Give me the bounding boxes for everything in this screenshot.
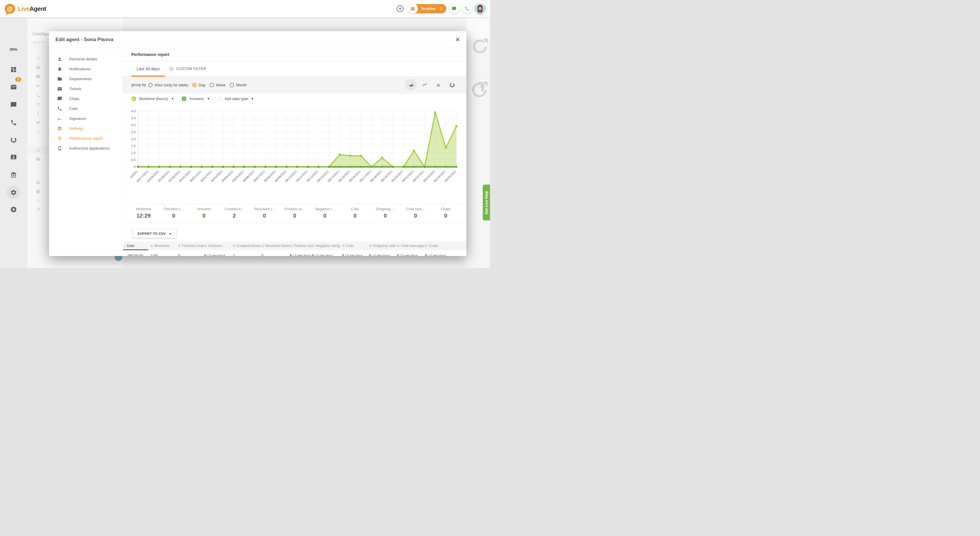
sidebar-item-star-circle[interactable]: [0, 202, 27, 216]
radio-button-icon[interactable]: [230, 83, 234, 87]
sort-icon[interactable]: ⇅: [312, 244, 314, 248]
get-live-help-tab[interactable]: Get Live Help: [483, 185, 490, 220]
calls-button[interactable]: [462, 4, 472, 14]
menu-item-label: Calls: [69, 106, 78, 111]
sidebar-item-contact-card[interactable]: [0, 150, 27, 164]
add-new-button[interactable]: [395, 4, 405, 14]
menu-item-notifications[interactable]: Notifications: [49, 64, 122, 74]
radio-button-icon[interactable]: [210, 83, 214, 87]
to-solve-label: To solve: [421, 7, 436, 11]
donut-icon: [10, 136, 17, 143]
column-header-answers[interactable]: ⇅Answers: [204, 241, 232, 250]
menu-item-calls[interactable]: Calls: [49, 103, 122, 113]
remove-series-icon[interactable]: [181, 96, 186, 101]
sidebar-item-chat[interactable]: [0, 98, 27, 112]
sort-icon[interactable]: ⇅: [204, 244, 207, 248]
bank-icon: [10, 171, 17, 178]
radio-button-icon[interactable]: [148, 83, 153, 87]
sidebar-item-envelope[interactable]: 2: [0, 80, 27, 94]
menu-item-performance-report[interactable]: Performance report: [49, 133, 122, 143]
column-header-chat-messages[interactable]: ⇅Chat messages: [397, 241, 425, 250]
tab-custom-filter[interactable]: CUSTOM FILTER: [169, 61, 206, 77]
sort-icon[interactable]: ⇅: [178, 244, 181, 248]
brand-agent: Agent: [29, 5, 46, 12]
chip-add-data-type[interactable]: Add data type▼: [218, 97, 254, 101]
column-header-date[interactable]: ↓Date: [123, 241, 150, 250]
sort-icon[interactable]: ⇅: [397, 244, 399, 248]
sort-icon[interactable]: ⇅: [342, 244, 345, 248]
menu-item-personal-details[interactable]: Personal details: [49, 54, 122, 64]
gear-icon: [57, 126, 62, 131]
menu-item-settings[interactable]: Settings: [49, 123, 122, 133]
table-row[interactable]: 06/25/20...2:5500 / 0 per hour200 / 0 pe…: [123, 250, 466, 256]
radio-day[interactable]: Day: [192, 83, 205, 87]
chart-type-bar-chart[interactable]: [433, 79, 444, 91]
radio-label: Month: [236, 83, 247, 87]
sidebar-item-donut[interactable]: [0, 133, 27, 147]
menu-item-signature[interactable]: Signature: [49, 113, 122, 123]
chevron-down-icon[interactable]: ▼: [251, 97, 254, 100]
menu-item-chats[interactable]: Chats: [49, 94, 122, 103]
chart-type-donut[interactable]: [446, 79, 458, 91]
sidebar-item-gear[interactable]: [0, 186, 27, 200]
remove-series-icon[interactable]: [131, 96, 136, 101]
sort-icon[interactable]: ⇅: [425, 244, 428, 248]
sort-icon[interactable]: ⇅: [261, 244, 264, 248]
menu-item-label: Settings: [69, 126, 83, 131]
chip-worktime-hours-[interactable]: Worktime (hours)▼: [131, 96, 174, 101]
chart-type-area-chart[interactable]: [405, 79, 417, 91]
liveagent-logo[interactable]: @ LiveAgent: [5, 4, 46, 14]
chart-type-line-chart[interactable]: [419, 79, 431, 91]
sidebar-item-bank[interactable]: [0, 168, 27, 182]
radio-week[interactable]: Week: [210, 83, 226, 87]
column-label: Answers: [208, 244, 222, 248]
column-label: Worktime: [154, 244, 170, 248]
to-solve-envelope-badge: [407, 3, 418, 14]
user-avatar[interactable]: [475, 3, 485, 14]
column-header-positive-rating[interactable]: ⇅Positive rating: [290, 241, 312, 250]
chevron-down-icon: ▼: [169, 232, 172, 235]
to-solve-button[interactable]: To solve 1: [408, 4, 446, 13]
menu-item-tickets[interactable]: Tickets: [49, 84, 122, 94]
column-header-outgoing-calls[interactable]: ⇅Outgoing calls: [369, 241, 397, 250]
empty-circle-icon[interactable]: [218, 97, 222, 101]
chart-type-switcher: [405, 79, 458, 91]
chevron-down-icon[interactable]: ▼: [207, 97, 210, 100]
sort-icon[interactable]: ⇅: [150, 244, 153, 248]
chats-button[interactable]: [449, 4, 459, 14]
stat-value: 0: [159, 212, 189, 219]
menu-item-authorized-applications[interactable]: Authorized applications: [49, 143, 122, 153]
radio-label: Hour (only for table): [155, 83, 188, 87]
column-header-finished-chats[interactable]: ⇅Finished chats: [178, 241, 204, 250]
sort-icon[interactable]: ⇅: [369, 244, 372, 248]
sort-icon[interactable]: ⇅: [290, 244, 293, 248]
sidebar-item-dashboard[interactable]: [0, 62, 27, 76]
cell-negative-rating: 0 / 0 per hour: [312, 254, 342, 256]
column-header-negative-rating[interactable]: ⇅Negative rating: [312, 241, 342, 250]
column-header-resolved-tickets[interactable]: ⇅Resolved tickets: [261, 241, 290, 250]
radio-hour-only-for-table-[interactable]: Hour (only for table): [148, 83, 188, 87]
star-circle-icon: [10, 206, 17, 213]
export-to-csv-button[interactable]: EXPORT TO CSV ▼: [133, 229, 176, 238]
column-header-worktime[interactable]: ⇅Worktime: [150, 241, 178, 250]
sort-desc-icon[interactable]: ↓: [124, 244, 126, 247]
stat-label: Outgoing ...: [370, 207, 400, 211]
chevron-down-icon[interactable]: ▼: [171, 97, 174, 100]
radio-button-icon[interactable]: [192, 83, 197, 87]
sidebar-item-phone[interactable]: [0, 116, 27, 130]
column-header-created-tickets[interactable]: ⇅Created tickets: [232, 241, 261, 250]
close-icon[interactable]: ✕: [454, 36, 461, 43]
menu-item-departments[interactable]: Departments: [49, 74, 122, 84]
cell-chat-messages: 0 / 0 per hour: [397, 254, 425, 256]
chip-label: Answers: [189, 97, 204, 101]
column-header-chats[interactable]: ⇅Chats: [425, 241, 455, 250]
tab-last-30-days[interactable]: Last 30 days: [131, 61, 165, 77]
menu-item-label: Chats: [69, 97, 80, 101]
sort-icon[interactable]: ⇅: [232, 244, 235, 248]
svg-text:1.0: 1.0: [131, 151, 136, 155]
stat-value: 12:29: [129, 212, 159, 219]
column-label: Positive rating: [294, 244, 312, 248]
chip-answers[interactable]: Answers▼: [181, 96, 210, 101]
radio-month[interactable]: Month: [230, 83, 247, 87]
column-header-calls[interactable]: ⇅Calls: [342, 241, 369, 250]
